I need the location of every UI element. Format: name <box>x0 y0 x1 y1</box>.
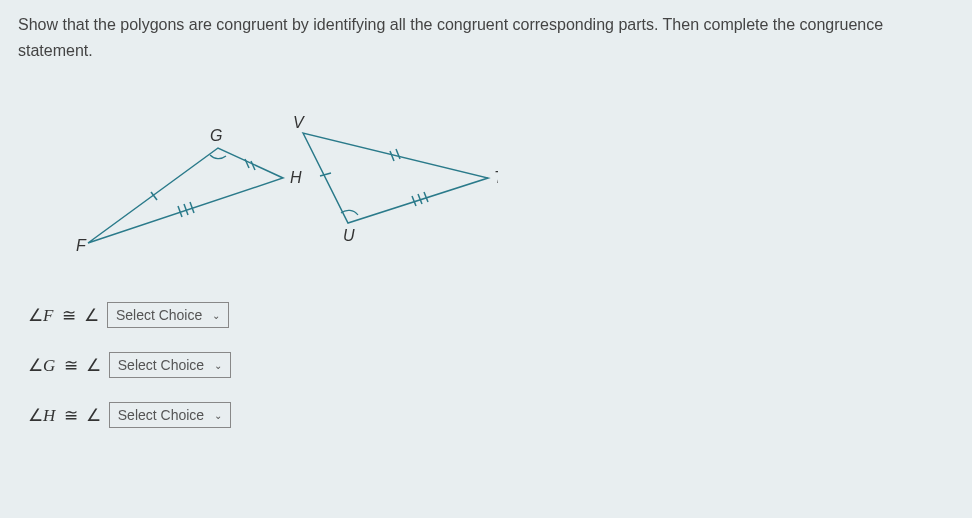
select-choice-f[interactable]: Select Choice ⌄ <box>107 302 229 328</box>
select-label: Select Choice <box>118 407 204 423</box>
lhs-f: ∠F ≅ ∠ <box>28 305 99 326</box>
chevron-down-icon: ⌄ <box>214 360 222 371</box>
answers-section: ∠F ≅ ∠ Select Choice ⌄ ∠G ≅ ∠ Select Cho… <box>28 302 954 428</box>
label-f: F <box>76 237 87 254</box>
svg-marker-0 <box>88 148 283 243</box>
lhs-h: ∠H ≅ ∠ <box>28 405 101 426</box>
label-g: G <box>210 127 222 144</box>
answer-row-h: ∠H ≅ ∠ Select Choice ⌄ <box>28 402 954 428</box>
triangle-fgh: F G H <box>76 127 302 254</box>
label-t: T <box>494 169 498 186</box>
label-v: V <box>293 114 305 131</box>
triangles-diagram: F G H V U T <box>58 93 954 277</box>
svg-marker-7 <box>303 133 488 223</box>
svg-line-9 <box>390 151 394 161</box>
select-choice-h[interactable]: Select Choice ⌄ <box>109 402 231 428</box>
chevron-down-icon: ⌄ <box>212 310 220 321</box>
label-u: U <box>343 227 355 244</box>
svg-line-8 <box>320 173 331 176</box>
answer-row-g: ∠G ≅ ∠ Select Choice ⌄ <box>28 352 954 378</box>
svg-line-10 <box>396 149 400 159</box>
svg-line-2 <box>245 159 249 168</box>
select-label: Select Choice <box>118 357 204 373</box>
chevron-down-icon: ⌄ <box>214 410 222 421</box>
answer-row-f: ∠F ≅ ∠ Select Choice ⌄ <box>28 302 954 328</box>
select-choice-g[interactable]: Select Choice ⌄ <box>109 352 231 378</box>
question-text: Show that the polygons are congruent by … <box>18 12 954 63</box>
triangle-vut: V U T <box>293 114 498 244</box>
lhs-g: ∠G ≅ ∠ <box>28 355 101 376</box>
label-h: H <box>290 169 302 186</box>
select-label: Select Choice <box>116 307 202 323</box>
